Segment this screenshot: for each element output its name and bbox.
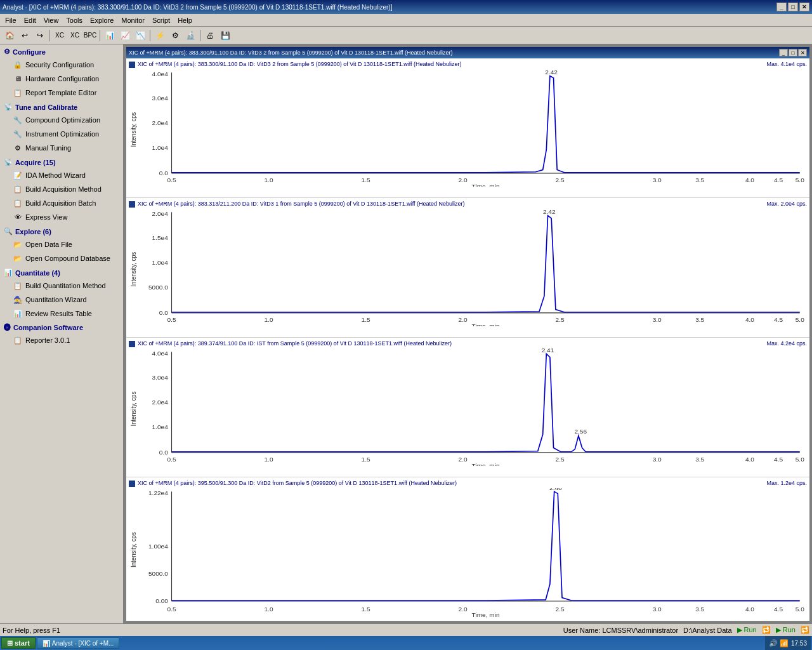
menu-script[interactable]: Script	[148, 15, 174, 25]
status-help: For Help, press F1	[3, 627, 60, 634]
toolbar-btn5[interactable]: ⚙	[168, 29, 182, 43]
sidebar-item-open-compound-db[interactable]: 📂 Open Compound Database	[1, 251, 122, 265]
sidebar-item-build-acq-method[interactable]: 📋 Build Acquisition Method	[1, 182, 122, 196]
open-data-label: Open Data File	[25, 241, 72, 248]
sidebar-item-hardware[interactable]: 🖥 Hardware Configuration	[1, 72, 122, 86]
svg-text:3.5: 3.5	[695, 316, 705, 323]
svg-text:1.22e4: 1.22e4	[148, 489, 168, 496]
title-bar: Analyst - [XIC of +MRM (4 pairs): 383.30…	[0, 0, 812, 14]
sidebar-item-instrument-optimization[interactable]: 🔧 Instrument Optimization	[1, 127, 122, 141]
sidebar: ⚙ Configure 🔒 Security Configuration 🖥 H…	[0, 44, 124, 623]
chart-1-title-text: XIC of +MRM (4 pairs): 383.300/91.100 Da…	[129, 61, 462, 68]
sidebar-item-open-data[interactable]: 📂 Open Data File	[1, 237, 122, 251]
instrument-opt-icon: 🔧	[13, 129, 23, 139]
sidebar-companion-header[interactable]: 🅐 Companion Software	[1, 322, 122, 333]
menu-view[interactable]: View	[40, 15, 63, 25]
sidebar-section-companion: 🅐 Companion Software 📋 Reporter 3.0.1	[1, 322, 122, 347]
quant-wizard-label: Quantitation Wizard	[25, 296, 87, 303]
quantitate-icon: 📊	[4, 269, 13, 277]
svg-text:Time, min: Time, min	[472, 611, 500, 618]
sidebar-item-express-view[interactable]: 👁 Express View	[1, 210, 122, 224]
menu-edit[interactable]: Edit	[20, 15, 40, 25]
maximize-button[interactable]: □	[788, 3, 798, 11]
toolbar-save[interactable]: 💾	[218, 29, 232, 43]
svg-text:0.5: 0.5	[167, 606, 176, 613]
toolbar-chart1[interactable]: 📊	[103, 29, 117, 43]
inner-title-bar: XIC of +MRM (4 pairs): 383.300/91.100 Da…	[126, 47, 809, 58]
sidebar-configure-header[interactable]: ⚙ Configure	[1, 46, 122, 58]
toolbar-btn6[interactable]: 🔬	[183, 29, 197, 43]
svg-text:3.0: 3.0	[653, 316, 662, 323]
toolbar-btn2[interactable]: XC	[68, 29, 82, 43]
chart-title-4: XIC of +MRM (4 pairs): 395.500/91.300 Da…	[129, 480, 807, 487]
taskbar: ⊞ start 📊 Analyst - [XIC of +M... 🔊 📶 17…	[0, 636, 812, 650]
toolbar-back[interactable]: ↩	[18, 29, 32, 43]
svg-text:0.0: 0.0	[159, 169, 169, 176]
start-icon: ⊞	[7, 639, 13, 647]
svg-text:Time, min: Time, min	[472, 183, 500, 187]
sidebar-item-manual-tuning[interactable]: ⚙ Manual Tuning	[1, 141, 122, 155]
minimize-button[interactable]: _	[776, 3, 787, 11]
taskbar-left: ⊞ start 📊 Analyst - [XIC of +M...	[1, 637, 119, 649]
start-button[interactable]: ⊞ start	[1, 637, 36, 649]
svg-text:4.0: 4.0	[745, 606, 755, 613]
taskbar-analyst-app[interactable]: 📊 Analyst - [XIC of +M...	[37, 637, 120, 649]
toolbar-forward[interactable]: ↪	[33, 29, 47, 43]
inner-maximize[interactable]: □	[789, 49, 797, 56]
chart-4-title-text: XIC of +MRM (4 pairs): 395.500/91.300 Da…	[129, 480, 457, 487]
toolbar-chart2[interactable]: 📈	[118, 29, 132, 43]
svg-text:2.0: 2.0	[459, 606, 468, 613]
sidebar-item-reporter[interactable]: 📋 Reporter 3.0.1	[1, 333, 122, 347]
sidebar-tune-header[interactable]: 📡 Tune and Calibrate	[1, 101, 122, 113]
chart-panel-3: XIC of +MRM (4 pairs): 389.374/91.100 Da…	[126, 338, 809, 477]
sidebar-item-build-quant-method[interactable]: 📋 Build Quantitation Method	[1, 279, 122, 293]
toolbar-btn1[interactable]: XC	[53, 29, 67, 43]
build-batch-icon: 📋	[13, 198, 23, 208]
toolbar-btn3[interactable]: BPC	[83, 29, 97, 43]
sidebar-item-quant-wizard[interactable]: 🧙 Quantitation Wizard	[1, 293, 122, 307]
menu-file[interactable]: File	[1, 15, 20, 25]
content-area: XIC of +MRM (4 pairs): 383.300/91.100 Da…	[124, 44, 812, 623]
toolbar-print[interactable]: 🖨	[203, 29, 217, 43]
toolbar-chart3[interactable]: 📉	[133, 29, 147, 43]
sidebar-acquire-header[interactable]: 📡 Acquire (15)	[1, 156, 122, 168]
build-quant-label: Build Quantitation Method	[25, 282, 106, 289]
menu-tools[interactable]: Tools	[62, 15, 86, 25]
configure-label: Configure	[13, 48, 46, 56]
sidebar-item-ida-wizard[interactable]: 📝 IDA Method Wizard	[1, 168, 122, 182]
close-button[interactable]: ✕	[799, 3, 809, 11]
sidebar-item-report-template[interactable]: 📋 Report Template Editor	[1, 86, 122, 100]
manual-tuning-label: Manual Tuning	[25, 144, 71, 152]
menu-monitor[interactable]: Monitor	[117, 15, 148, 25]
security-icon: 🔒	[13, 60, 23, 70]
svg-text:1.5: 1.5	[362, 456, 371, 463]
chart-1-max: Max. 4.1e4 cps.	[766, 61, 807, 68]
toolbar-sep4	[200, 30, 200, 41]
svg-text:1.0: 1.0	[265, 316, 274, 323]
toolbar-btn4[interactable]: ⚡	[153, 29, 167, 43]
sidebar-item-security[interactable]: 🔒 Security Configuration	[1, 58, 122, 72]
svg-text:2.5: 2.5	[556, 316, 565, 323]
acquire-icon: 📡	[4, 158, 13, 166]
ida-icon: 📝	[13, 170, 23, 180]
svg-text:2.5: 2.5	[556, 456, 565, 463]
sidebar-explore-header[interactable]: 🔍 Explore (6)	[1, 225, 122, 237]
menu-explore[interactable]: Explore	[86, 15, 117, 25]
chart-svg-3: 0.0 1.0e4 2.0e4 3.0e4 4.0e4 0.5 1.0 1.5 …	[129, 348, 807, 466]
toolbar-home[interactable]: 🏠	[3, 29, 16, 43]
menu-help[interactable]: Help	[174, 15, 196, 25]
sidebar-item-build-acq-batch[interactable]: 📋 Build Acquisition Batch	[1, 196, 122, 210]
toolbar: 🏠 ↩ ↪ XC XC BPC 📊 📈 📉 ⚡ ⚙ 🔬 🖨 💾	[0, 27, 812, 44]
chart-area-2: 0.0 5000.0 1.0e4 1.5e4 2.0e4 0.5 1.0 1.5…	[129, 209, 807, 326]
inner-window: XIC of +MRM (4 pairs): 383.300/91.100 Da…	[125, 46, 811, 622]
status-user: User Name: LCMSSRV\administrator	[563, 627, 678, 634]
inner-minimize[interactable]: _	[779, 49, 788, 56]
svg-text:2.0e4: 2.0e4	[152, 209, 169, 216]
svg-text:3.5: 3.5	[695, 606, 705, 613]
sidebar-item-compound-optimization[interactable]: 🔧 Compound Optimization	[1, 113, 122, 127]
inner-close[interactable]: ✕	[798, 49, 807, 56]
sidebar-quantitate-header[interactable]: 📊 Quantitate (4)	[1, 267, 122, 279]
svg-text:1.0: 1.0	[265, 606, 274, 613]
chart-title-3: XIC of +MRM (4 pairs): 389.374/91.100 Da…	[129, 340, 807, 347]
sidebar-item-review-results[interactable]: 📊 Review Results Table	[1, 307, 122, 321]
